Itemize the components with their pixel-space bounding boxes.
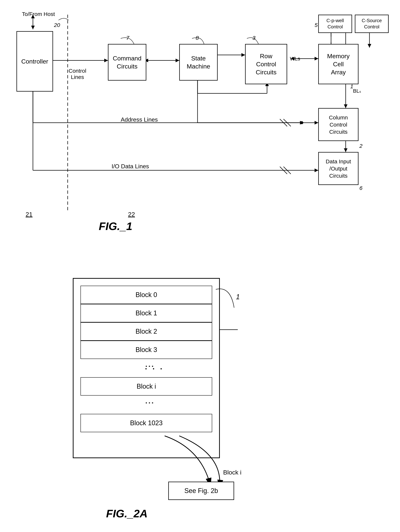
ref-5: 5 — [314, 22, 318, 28]
bls-label: BLₛ — [353, 88, 361, 94]
dots-top-v: ⋮ — [144, 362, 155, 372]
page: To/From Host 20 Controller ControlLines … — [0, 0, 400, 532]
fig1-label: FIG._1 — [99, 220, 132, 233]
block-2-row: Block 2 — [80, 322, 212, 341]
row-control-box: RowControlCircuits — [245, 44, 287, 84]
block-3-row: Block 3 — [80, 341, 212, 359]
svg-marker-33 — [314, 169, 318, 172]
svg-marker-3 — [31, 26, 35, 29]
ref-7: 7 — [126, 35, 129, 41]
ref-1-fig2a: 1 — [236, 293, 240, 301]
block-1-row: Block 1 — [80, 304, 212, 322]
block-0-row: Block 0 — [80, 286, 212, 304]
column-control-box: ColumnControlCircuits — [318, 108, 358, 141]
command-circuits-box: CommandCircuits — [108, 44, 146, 81]
dots-bottom-v: ⋮ — [144, 398, 155, 409]
ref-20: 20 — [54, 22, 60, 28]
svg-marker-18 — [344, 104, 348, 108]
svg-marker-5 — [104, 59, 108, 62]
fig2a-label: FIG._2A — [106, 507, 148, 520]
svg-marker-10 — [241, 53, 245, 57]
state-machine-box: StateMachine — [179, 44, 218, 81]
data-io-box: Data Input/OutputCircuits — [318, 152, 358, 185]
ref-3: 3 — [252, 35, 256, 41]
to-from-host-label: To/From Host — [22, 11, 55, 17]
svg-marker-26 — [368, 44, 371, 48]
ref-21: 21 — [26, 211, 33, 218]
memory-cell-box: MemoryCellArray — [318, 44, 358, 84]
fig2a-diagram: Block 0 Block 1 Block 2 Block 3 · · · ⋮ … — [37, 275, 366, 522]
fig1-diagram: To/From Host 20 Controller ControlLines … — [11, 11, 388, 240]
ref-8: 8 — [196, 35, 199, 41]
svg-marker-20 — [344, 148, 348, 152]
io-data-lines-label: I/O Data Lines — [111, 163, 149, 170]
svg-marker-30 — [314, 121, 318, 125]
wls-label: WLs — [290, 56, 300, 62]
block-i-row: Block i — [80, 377, 212, 396]
ref-22: 22 — [128, 211, 135, 218]
address-lines-label: Address Lines — [121, 116, 158, 123]
cpwell-box: C-p-wellControl — [318, 15, 352, 33]
csource-box: C-SourceControl — [355, 15, 389, 33]
controller-box: Controller — [17, 31, 53, 92]
svg-marker-16 — [314, 57, 318, 60]
ref-6: 6 — [359, 185, 363, 191]
ref-2: 2 — [359, 143, 363, 149]
block-1023-row: Block 1023 — [80, 414, 212, 432]
see-fig-box: See Fig. 2b — [168, 482, 234, 500]
block-i-pointer-label: Block i — [223, 469, 241, 476]
svg-marker-8 — [176, 59, 179, 62]
control-lines-label: ControlLines — [68, 68, 86, 80]
